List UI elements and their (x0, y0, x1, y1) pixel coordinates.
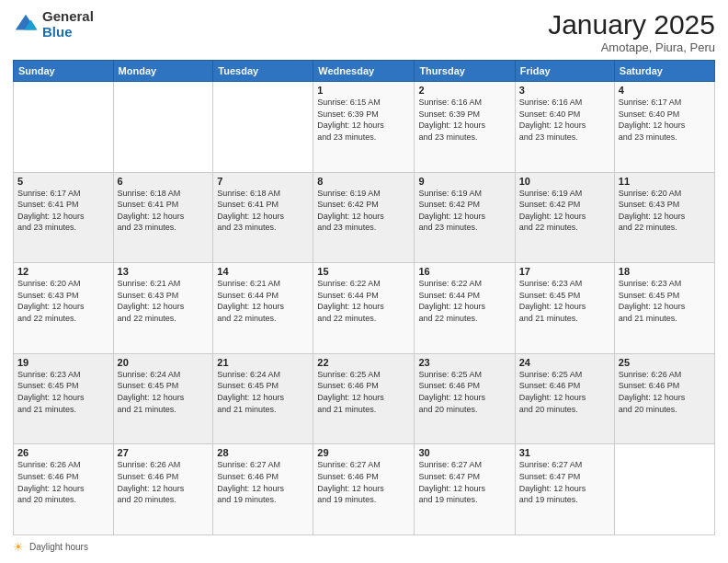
day-info: Sunrise: 6:16 AM Sunset: 6:40 PM Dayligh… (519, 97, 610, 143)
day-cell (614, 444, 714, 535)
weekday-friday: Friday (515, 61, 614, 82)
location: Amotape, Piura, Peru (548, 40, 715, 54)
day-cell: 28Sunrise: 6:27 AM Sunset: 6:46 PM Dayli… (213, 444, 313, 535)
day-info: Sunrise: 6:21 AM Sunset: 6:43 PM Dayligh… (118, 278, 210, 324)
weekday-sunday: Sunday (14, 61, 114, 82)
day-number: 14 (217, 266, 309, 277)
daylight-label: Daylight hours (29, 542, 88, 552)
day-number: 9 (418, 176, 510, 187)
day-cell: 17Sunrise: 6:23 AM Sunset: 6:45 PM Dayli… (515, 263, 614, 354)
day-number: 19 (17, 357, 109, 368)
day-cell: 3Sunrise: 6:16 AM Sunset: 6:40 PM Daylig… (515, 82, 614, 173)
weekday-header-row: SundayMondayTuesdayWednesdayThursdayFrid… (14, 61, 715, 82)
weekday-wednesday: Wednesday (313, 61, 415, 82)
day-cell: 8Sunrise: 6:19 AM Sunset: 6:42 PM Daylig… (313, 172, 415, 263)
day-number: 22 (317, 357, 410, 368)
day-info: Sunrise: 6:24 AM Sunset: 6:45 PM Dayligh… (118, 369, 210, 415)
day-number: 1 (317, 85, 410, 96)
day-cell: 30Sunrise: 6:27 AM Sunset: 6:47 PM Dayli… (415, 444, 515, 535)
day-info: Sunrise: 6:25 AM Sunset: 6:46 PM Dayligh… (519, 369, 610, 415)
week-row-4: 19Sunrise: 6:23 AM Sunset: 6:45 PM Dayli… (14, 353, 715, 444)
logo-general: General (42, 9, 94, 25)
day-info: Sunrise: 6:20 AM Sunset: 6:43 PM Dayligh… (619, 188, 711, 234)
day-info: Sunrise: 6:19 AM Sunset: 6:42 PM Dayligh… (519, 188, 610, 234)
day-cell: 1Sunrise: 6:15 AM Sunset: 6:39 PM Daylig… (313, 82, 415, 173)
footer: ☀ Daylight hours (13, 540, 715, 554)
day-number: 21 (217, 357, 309, 368)
day-cell: 11Sunrise: 6:20 AM Sunset: 6:43 PM Dayli… (614, 172, 714, 263)
day-info: Sunrise: 6:26 AM Sunset: 6:46 PM Dayligh… (619, 369, 711, 415)
day-number: 12 (17, 266, 109, 277)
day-number: 2 (418, 85, 510, 96)
day-info: Sunrise: 6:27 AM Sunset: 6:46 PM Dayligh… (217, 459, 309, 505)
day-cell (113, 82, 213, 173)
title-block: January 2025 Amotape, Piura, Peru (548, 9, 715, 54)
day-cell: 4Sunrise: 6:17 AM Sunset: 6:40 PM Daylig… (614, 82, 714, 173)
weekday-monday: Monday (113, 61, 213, 82)
day-info: Sunrise: 6:23 AM Sunset: 6:45 PM Dayligh… (17, 369, 109, 415)
logo-icon (13, 12, 39, 38)
day-info: Sunrise: 6:15 AM Sunset: 6:39 PM Dayligh… (317, 97, 410, 143)
day-number: 29 (317, 447, 410, 458)
day-info: Sunrise: 6:24 AM Sunset: 6:45 PM Dayligh… (217, 369, 309, 415)
week-row-2: 5Sunrise: 6:17 AM Sunset: 6:41 PM Daylig… (14, 172, 715, 263)
day-cell (213, 82, 313, 173)
day-info: Sunrise: 6:19 AM Sunset: 6:42 PM Dayligh… (317, 188, 410, 234)
week-row-3: 12Sunrise: 6:20 AM Sunset: 6:43 PM Dayli… (14, 263, 715, 354)
day-cell: 18Sunrise: 6:23 AM Sunset: 6:45 PM Dayli… (614, 263, 714, 354)
day-cell: 22Sunrise: 6:25 AM Sunset: 6:46 PM Dayli… (313, 353, 415, 444)
day-info: Sunrise: 6:27 AM Sunset: 6:47 PM Dayligh… (418, 459, 510, 505)
day-cell: 24Sunrise: 6:25 AM Sunset: 6:46 PM Dayli… (515, 353, 614, 444)
day-number: 15 (317, 266, 410, 277)
weekday-tuesday: Tuesday (213, 61, 313, 82)
day-number: 13 (118, 266, 210, 277)
day-cell: 27Sunrise: 6:26 AM Sunset: 6:46 PM Dayli… (113, 444, 213, 535)
day-info: Sunrise: 6:27 AM Sunset: 6:46 PM Dayligh… (317, 459, 410, 505)
day-info: Sunrise: 6:23 AM Sunset: 6:45 PM Dayligh… (519, 278, 610, 324)
logo-text: General Blue (42, 9, 94, 40)
day-info: Sunrise: 6:17 AM Sunset: 6:40 PM Dayligh… (619, 97, 711, 143)
day-cell: 14Sunrise: 6:21 AM Sunset: 6:44 PM Dayli… (213, 263, 313, 354)
day-info: Sunrise: 6:18 AM Sunset: 6:41 PM Dayligh… (217, 188, 309, 234)
day-info: Sunrise: 6:21 AM Sunset: 6:44 PM Dayligh… (217, 278, 309, 324)
day-info: Sunrise: 6:25 AM Sunset: 6:46 PM Dayligh… (317, 369, 410, 415)
day-info: Sunrise: 6:20 AM Sunset: 6:43 PM Dayligh… (17, 278, 109, 324)
sun-icon: ☀ (13, 540, 24, 554)
day-cell: 20Sunrise: 6:24 AM Sunset: 6:45 PM Dayli… (113, 353, 213, 444)
day-info: Sunrise: 6:16 AM Sunset: 6:39 PM Dayligh… (418, 97, 510, 143)
day-cell: 25Sunrise: 6:26 AM Sunset: 6:46 PM Dayli… (614, 353, 714, 444)
day-number: 28 (217, 447, 309, 458)
day-cell: 9Sunrise: 6:19 AM Sunset: 6:42 PM Daylig… (415, 172, 515, 263)
day-cell: 13Sunrise: 6:21 AM Sunset: 6:43 PM Dayli… (113, 263, 213, 354)
day-number: 23 (418, 357, 510, 368)
day-number: 10 (519, 176, 610, 187)
day-cell: 21Sunrise: 6:24 AM Sunset: 6:45 PM Dayli… (213, 353, 313, 444)
weekday-thursday: Thursday (415, 61, 515, 82)
page: General Blue January 2025 Amotape, Piura… (0, 0, 728, 563)
calendar: SundayMondayTuesdayWednesdayThursdayFrid… (13, 60, 715, 535)
day-cell: 2Sunrise: 6:16 AM Sunset: 6:39 PM Daylig… (415, 82, 515, 173)
day-cell: 29Sunrise: 6:27 AM Sunset: 6:46 PM Dayli… (313, 444, 415, 535)
month-title: January 2025 (548, 9, 715, 40)
day-cell: 6Sunrise: 6:18 AM Sunset: 6:41 PM Daylig… (113, 172, 213, 263)
day-cell: 23Sunrise: 6:25 AM Sunset: 6:46 PM Dayli… (415, 353, 515, 444)
day-info: Sunrise: 6:19 AM Sunset: 6:42 PM Dayligh… (418, 188, 510, 234)
day-number: 30 (418, 447, 510, 458)
day-number: 20 (118, 357, 210, 368)
day-number: 16 (418, 266, 510, 277)
footer-note: ☀ Daylight hours (13, 540, 715, 554)
day-number: 24 (519, 357, 610, 368)
day-number: 18 (619, 266, 711, 277)
day-number: 5 (17, 176, 109, 187)
day-number: 7 (217, 176, 309, 187)
header: General Blue January 2025 Amotape, Piura… (13, 9, 715, 54)
day-number: 17 (519, 266, 610, 277)
weekday-saturday: Saturday (614, 61, 714, 82)
day-info: Sunrise: 6:22 AM Sunset: 6:44 PM Dayligh… (317, 278, 410, 324)
week-row-1: 1Sunrise: 6:15 AM Sunset: 6:39 PM Daylig… (14, 82, 715, 173)
day-info: Sunrise: 6:23 AM Sunset: 6:45 PM Dayligh… (619, 278, 711, 324)
day-cell: 26Sunrise: 6:26 AM Sunset: 6:46 PM Dayli… (14, 444, 114, 535)
day-number: 25 (619, 357, 711, 368)
day-number: 26 (17, 447, 109, 458)
week-row-5: 26Sunrise: 6:26 AM Sunset: 6:46 PM Dayli… (14, 444, 715, 535)
